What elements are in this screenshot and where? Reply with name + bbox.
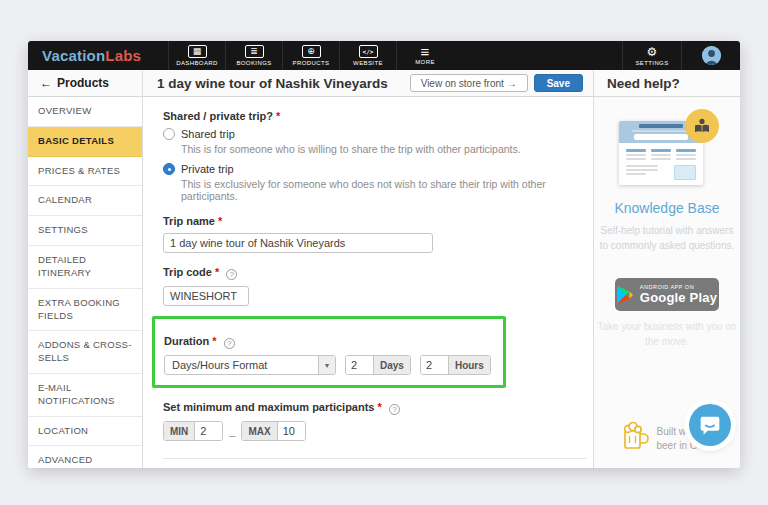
chevron-down-icon: ▾ [318, 356, 335, 374]
content-area: OVERVIEW BASIC DETAILS PRICES & RATES CA… [28, 97, 740, 468]
required-mark: * [212, 335, 216, 347]
help-icon[interactable]: ? [226, 269, 237, 280]
private-trip-label: Private trip [181, 163, 234, 175]
play-badge-text: ANDROID APP ON Google Play [640, 284, 717, 305]
google-play-badge[interactable]: ANDROID APP ON Google Play [615, 278, 719, 311]
sidebar-item-location[interactable]: LOCATION [28, 417, 142, 447]
sidebar-item-settings[interactable]: SETTINGS [28, 216, 142, 246]
play-desc-line2: the move. [598, 334, 737, 349]
shared-private-label: Shared / private trip? * [163, 110, 578, 122]
person-reading-book-icon [693, 118, 711, 134]
dashboard-icon: ▦ [188, 45, 207, 58]
max-participants-input[interactable] [278, 422, 305, 440]
sidebar-item-email-notifications[interactable]: E-MAIL NOTIFICATIONS [28, 374, 142, 417]
need-help-title: Need help? [593, 70, 740, 96]
knowledge-base-card[interactable] [619, 121, 715, 185]
illustration-button [674, 165, 696, 180]
nav-item-more[interactable]: ≡ MORE [396, 41, 453, 70]
sidebar-item-advanced-settings[interactable]: ADVANCED SETTINGS [28, 446, 142, 468]
logo-part-1: Vacation [42, 47, 105, 64]
chat-bubble-icon [699, 414, 721, 436]
nav-label: MORE [415, 59, 435, 65]
vacationlabs-logo[interactable]: VacationLabs [28, 41, 168, 70]
website-code-icon: </> [359, 45, 378, 58]
illustration-search-bar [634, 134, 688, 140]
days-unit-label: Days [373, 356, 410, 374]
knowledge-base-title[interactable]: Knowledge Base [614, 200, 719, 216]
page-title: 1 day wine tour of Nashik Vineyards [157, 76, 388, 91]
sidebar-item-extra-booking-fields[interactable]: EXTRA BOOKING FIELDS [28, 289, 142, 332]
nav-item-products[interactable]: ⊕ PRODUCTS [282, 41, 339, 70]
play-description: Take your business with you on the move. [598, 319, 737, 349]
max-label: MAX [242, 422, 277, 440]
navbar-spacer [453, 41, 622, 70]
nav-label: SETTINGS [635, 60, 668, 66]
duration-days-input[interactable] [346, 356, 373, 374]
shared-trip-option[interactable]: Shared trip [163, 128, 578, 140]
nav-label: PRODUCTS [293, 60, 330, 66]
required-mark: * [276, 110, 280, 122]
sidebar-item-addons-cross-sells[interactable]: ADDONS & CROSS-SELLS [28, 331, 142, 374]
radio-unchecked-icon[interactable] [163, 128, 175, 140]
back-to-products[interactable]: ← Products [28, 70, 143, 96]
minmax-separator: _ [229, 425, 235, 437]
avatar[interactable] [702, 46, 721, 65]
nav-item-settings[interactable]: ⚙ SETTINGS [622, 41, 682, 70]
max-participants-group: MAX [241, 421, 305, 441]
top-navbar: VacationLabs ▦ DASHBOARD ≣ BOOKINGS ⊕ PR… [28, 41, 740, 70]
sidebar-item-overview[interactable]: OVERVIEW [28, 97, 142, 127]
duration-hours-input[interactable] [421, 356, 448, 374]
avatar-area [682, 41, 740, 70]
label-text: Duration [164, 335, 209, 347]
gear-icon: ⚙ [647, 46, 658, 58]
trip-code-label: Trip code * ? [163, 266, 578, 280]
shared-trip-description: This is for someone who is willing to sh… [181, 143, 578, 155]
radio-checked-icon[interactable] [163, 163, 175, 175]
illustration-footer [619, 162, 703, 180]
nav-label: BOOKINGS [236, 60, 271, 66]
shared-trip-label: Shared trip [181, 128, 235, 140]
duration-label: Duration * ? [164, 335, 491, 349]
avatar-silhouette [702, 46, 721, 65]
help-icon[interactable]: ? [224, 338, 235, 349]
logo-part-2: Labs [105, 47, 141, 64]
participants-controls: MIN _ MAX [163, 421, 578, 441]
nav-item-website[interactable]: </> WEBSITE [339, 41, 396, 70]
google-play-triangle-icon [617, 286, 633, 304]
save-button[interactable]: Save [534, 74, 583, 92]
sidebar-item-prices-rates[interactable]: PRICES & RATES [28, 157, 142, 187]
nav-item-dashboard[interactable]: ▦ DASHBOARD [168, 41, 225, 70]
bookings-icon: ≣ [245, 45, 264, 58]
nav-item-bookings[interactable]: ≣ BOOKINGS [225, 41, 282, 70]
min-participants-group: MIN [163, 421, 223, 441]
reading-person-badge [685, 109, 719, 143]
trip-name-input[interactable] [163, 233, 433, 253]
trip-code-input[interactable] [163, 286, 249, 306]
kb-desc-line2: to commonly asked questions. [600, 238, 735, 253]
nav-label: WEBSITE [353, 60, 383, 66]
sidebar-item-calendar[interactable]: CALENDAR [28, 186, 142, 216]
min-label: MIN [164, 422, 195, 440]
kb-desc-line1: Self-help tutorial with answers [600, 223, 735, 238]
min-participants-input[interactable] [195, 422, 222, 440]
view-on-store-front-button[interactable]: View on store front → [410, 74, 528, 92]
intercom-chat-button[interactable] [689, 404, 731, 446]
required-mark: * [215, 266, 219, 278]
back-label: Products [57, 76, 109, 90]
label-text: Shared / private trip? [163, 110, 273, 122]
label-text: Set minimum and maximum participants [163, 401, 375, 413]
private-trip-description: This is exclusively for someone who does… [181, 178, 578, 202]
sidebar-item-basic-details[interactable]: BASIC DETAILS [28, 127, 142, 157]
app-window: VacationLabs ▦ DASHBOARD ≣ BOOKINGS ⊕ PR… [28, 41, 740, 468]
private-trip-option[interactable]: Private trip [163, 163, 578, 175]
required-mark: * [378, 401, 382, 413]
nav-label: DASHBOARD [176, 60, 218, 66]
basic-details-form: Shared / private trip? * Shared trip Thi… [143, 97, 593, 468]
sidebar-item-detailed-itinerary[interactable]: DETAILED ITINERARY [28, 246, 142, 289]
required-mark: * [218, 215, 222, 227]
duration-hours-group: Hours [420, 355, 491, 375]
duration-format-select[interactable]: Days/Hours Format ▾ [164, 355, 336, 375]
duration-format-value: Days/Hours Format [165, 356, 318, 374]
section-divider [163, 458, 587, 459]
help-icon[interactable]: ? [389, 404, 400, 415]
